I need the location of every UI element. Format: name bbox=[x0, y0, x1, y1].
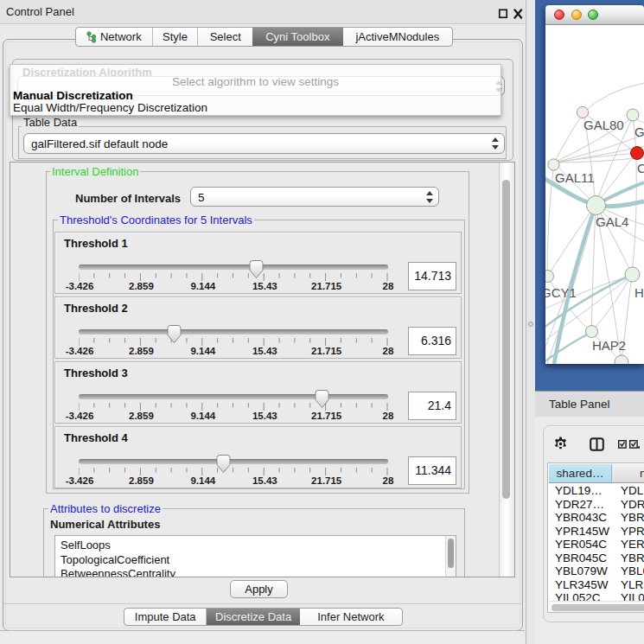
svg-text:H: H bbox=[634, 285, 644, 300]
svg-text:HAP2: HAP2 bbox=[592, 338, 626, 353]
svg-text:GA: GA bbox=[634, 124, 644, 139]
svg-text:GCY1: GCY1 bbox=[545, 285, 577, 300]
svg-text:GAL80: GAL80 bbox=[583, 118, 624, 132]
svg-text:GAL11: GAL11 bbox=[555, 170, 595, 185]
svg-text:GAL4: GAL4 bbox=[596, 214, 628, 229]
svg-text:C: C bbox=[637, 161, 644, 175]
